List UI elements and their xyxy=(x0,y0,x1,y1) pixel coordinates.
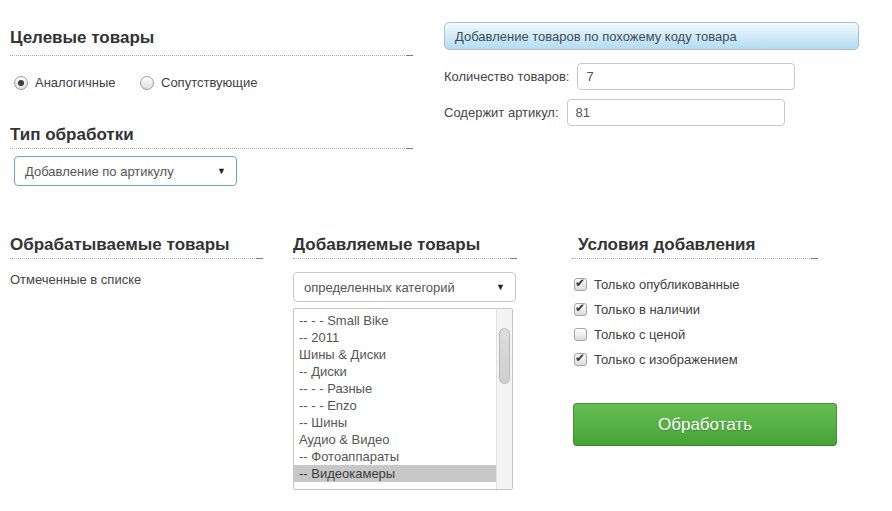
bulk-product-processing-page: Целевые товары Аналогичные Сопутствующие… xyxy=(0,0,892,511)
listbox-scrollbar-thumb[interactable] xyxy=(499,328,510,384)
divider xyxy=(572,258,818,259)
category-option[interactable]: Аудио & Видео xyxy=(294,431,496,448)
process-button-label: Обработать xyxy=(658,415,752,435)
radio-icon[interactable] xyxy=(140,76,154,90)
process-button[interactable]: Обработать xyxy=(573,403,837,446)
categories-list: -- - - Small Bike -- 2011 Шины & Диски -… xyxy=(294,312,496,482)
conditions-title: Условия добавления xyxy=(578,235,756,255)
info-message-box: Добавление товаров по похожему коду това… xyxy=(444,22,859,50)
divider xyxy=(10,148,413,149)
divider xyxy=(10,258,263,259)
sku-contains-input[interactable] xyxy=(567,99,785,126)
product-count-input[interactable] xyxy=(577,63,795,90)
category-option[interactable]: -- - - Small Bike xyxy=(294,312,496,329)
radio-analogous[interactable]: Аналогичные xyxy=(14,75,116,90)
processed-products-note: Отмеченные в списке xyxy=(10,272,141,287)
checkbox-only-with-image-label[interactable]: Только с изображением xyxy=(594,352,738,367)
category-option[interactable]: -- - - Разные xyxy=(294,380,496,397)
chevron-down-icon: ▼ xyxy=(496,282,505,292)
divider xyxy=(10,55,413,56)
radio-analogous-label[interactable]: Аналогичные xyxy=(35,75,116,90)
checkbox-icon[interactable] xyxy=(574,353,587,366)
radio-related-label[interactable]: Сопутствующие xyxy=(161,75,257,90)
category-option[interactable]: -- Видеокамеры xyxy=(294,465,496,482)
category-option[interactable]: -- - - Enzo xyxy=(294,397,496,414)
checkbox-only-with-image[interactable]: Только с изображением xyxy=(574,352,738,367)
sku-contains-field-row: Содержит артикул: xyxy=(444,98,785,126)
checkbox-icon[interactable] xyxy=(574,278,587,291)
category-option[interactable]: -- Диски xyxy=(294,363,496,380)
info-message-text: Добавление товаров по похожему коду това… xyxy=(455,29,737,44)
chevron-down-icon: ▼ xyxy=(217,166,226,176)
sku-contains-label: Содержит артикул: xyxy=(444,105,559,120)
checkbox-only-with-price-label[interactable]: Только с ценой xyxy=(594,327,685,342)
checkbox-only-published[interactable]: Только опубликованные xyxy=(574,277,740,292)
processed-products-title: Обрабатываемые товары xyxy=(10,235,230,255)
category-source-select[interactable]: определенных категорий ▼ xyxy=(293,272,516,302)
categories-listbox[interactable]: -- - - Small Bike -- 2011 Шины & Диски -… xyxy=(293,308,513,490)
checkbox-icon[interactable] xyxy=(574,303,587,316)
divider xyxy=(293,258,517,259)
product-count-field-row: Количество товаров: xyxy=(444,62,795,90)
radio-icon[interactable] xyxy=(14,76,28,90)
listbox-scrollbar-track[interactable] xyxy=(496,309,512,489)
added-products-title: Добавляемые товары xyxy=(293,235,480,255)
category-option[interactable]: -- Шины xyxy=(294,414,496,431)
processing-type-selected-value: Добавление по артикулу xyxy=(25,164,174,179)
category-option[interactable]: -- 2011 xyxy=(294,329,496,346)
checkbox-only-published-label[interactable]: Только опубликованные xyxy=(594,277,740,292)
category-option[interactable]: -- Фотоаппараты xyxy=(294,448,496,465)
category-source-selected-value: определенных категорий xyxy=(304,280,455,295)
checkbox-only-in-stock[interactable]: Только в наличии xyxy=(574,302,700,317)
processing-type-title: Тип обработки xyxy=(10,125,134,145)
radio-related[interactable]: Сопутствующие xyxy=(140,75,257,90)
target-products-title: Целевые товары xyxy=(10,28,154,48)
checkbox-only-with-price[interactable]: Только с ценой xyxy=(574,327,685,342)
product-count-label: Количество товаров: xyxy=(444,69,569,84)
checkbox-icon[interactable] xyxy=(574,328,587,341)
category-option[interactable]: Шины & Диски xyxy=(294,346,496,363)
checkbox-only-in-stock-label[interactable]: Только в наличии xyxy=(594,302,700,317)
processing-type-select[interactable]: Добавление по артикулу ▼ xyxy=(14,156,237,186)
